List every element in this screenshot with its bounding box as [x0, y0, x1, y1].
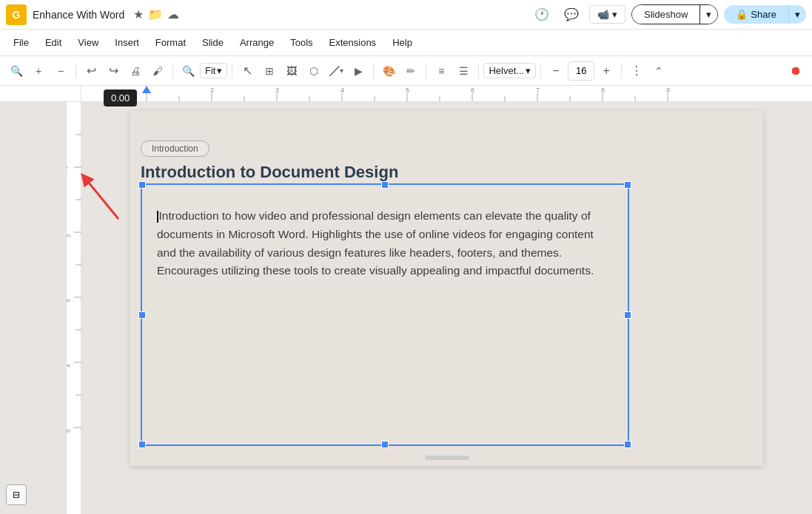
comment-icon[interactable]: 💬 — [560, 3, 583, 27]
menu-insert[interactable]: Insert — [107, 34, 147, 51]
share-group: 🔒 Share ▾ — [724, 5, 806, 24]
zoom-out-button[interactable]: − — [50, 61, 71, 81]
text-box-border: Introduction to how video and profession… — [141, 183, 629, 446]
align-button[interactable]: ≡ — [431, 61, 452, 81]
share-dropdown-button[interactable]: ▾ — [788, 5, 806, 24]
font-dropdown-icon: ▾ — [526, 65, 531, 76]
font-size-plus-button[interactable]: + — [596, 61, 617, 81]
line-tool-button[interactable]: ▾ — [326, 61, 346, 81]
pencil-button[interactable]: ✏ — [400, 61, 421, 81]
resize-tool-button[interactable]: ⊞ — [259, 61, 280, 81]
svg-marker-29 — [142, 86, 151, 93]
slideshow-button[interactable]: Slideshow — [632, 5, 699, 24]
more-align-button[interactable]: ☰ — [453, 61, 474, 81]
font-size-control: − 16 + — [546, 61, 617, 81]
slideshow-dropdown-button[interactable]: ▾ — [699, 5, 717, 24]
handle-bottom-right[interactable] — [624, 441, 631, 448]
shape-insert-button[interactable]: ⬡ — [303, 61, 324, 81]
share-button[interactable]: 🔒 Share — [724, 5, 788, 24]
video-insert-button[interactable]: ▶ — [348, 61, 369, 81]
redo-button[interactable]: ↪ — [103, 61, 124, 81]
toolbar-separator-5 — [426, 64, 426, 78]
menu-edit[interactable]: Edit — [38, 34, 69, 51]
svg-text:8: 8 — [601, 87, 605, 94]
handle-bottom-left[interactable] — [138, 441, 146, 448]
folder-icon[interactable]: 📁 — [148, 7, 163, 21]
ruler-corner — [0, 86, 81, 101]
menu-help[interactable]: Help — [385, 34, 420, 51]
toolbar-separator-8 — [621, 64, 622, 78]
text-content: Introduction to how video and profession… — [157, 207, 613, 437]
left-sidebar: 1 2 3 4 5 — [0, 102, 81, 514]
toolbar-separator-4 — [373, 64, 374, 78]
svg-text:5: 5 — [67, 429, 72, 433]
app-icon: G — [6, 4, 27, 25]
handle-bottom-mid[interactable] — [381, 441, 389, 448]
coordinate-tooltip: 0.00 — [104, 89, 137, 106]
svg-text:9: 9 — [666, 87, 670, 94]
cursor-tool-button[interactable]: ↖ — [237, 61, 258, 81]
font-size-display[interactable]: 16 — [568, 61, 594, 81]
font-size-minus-button[interactable]: − — [546, 61, 566, 81]
toolbar-separator-7 — [540, 64, 541, 78]
toolbar-separator-6 — [478, 64, 479, 78]
svg-text:2: 2 — [210, 87, 214, 94]
slide-area: Introduction Introduction to Document De… — [81, 102, 812, 514]
menu-file[interactable]: File — [6, 34, 36, 51]
font-name-label: Helvet... — [489, 65, 524, 76]
svg-text:3: 3 — [67, 299, 72, 302]
undo-button[interactable]: ↩ — [81, 61, 101, 81]
horizontal-ruler: 1 2 3 4 5 6 — [81, 86, 812, 101]
menu-extensions[interactable]: Extensions — [322, 34, 384, 51]
collapse-toolbar-button[interactable]: ⌃ — [648, 61, 669, 81]
print-button[interactable]: 🖨 — [125, 61, 146, 81]
fit-dropdown[interactable]: Fit ▾ — [200, 63, 227, 78]
slideshow-group: Slideshow ▾ — [631, 4, 718, 24]
doc-title: Enhance With Word — [33, 9, 124, 21]
menu-arrange[interactable]: Arrange — [232, 34, 281, 51]
background-color-button[interactable]: 🎨 — [378, 61, 399, 81]
handle-top-right[interactable] — [624, 181, 631, 189]
handle-top-mid[interactable] — [381, 181, 389, 189]
video-call-button[interactable]: 📹 ▾ — [589, 5, 625, 24]
menu-tools[interactable]: Tools — [283, 34, 320, 51]
lock-icon: 🔒 — [736, 9, 748, 20]
text-cursor — [157, 211, 158, 223]
fit-label: Fit — [205, 65, 215, 76]
no-link-icon: ⊟ — [13, 490, 20, 500]
image-insert-button[interactable]: 🖼 — [281, 61, 302, 81]
title-bar: G Enhance With Word ★ 📁 ☁ 🕐 💬 📹 ▾ Slides… — [0, 0, 812, 30]
history-icon[interactable]: 🕐 — [530, 3, 554, 27]
cloud-icon[interactable]: ☁ — [167, 7, 179, 21]
more-options-button[interactable]: ⋮ — [626, 61, 647, 81]
zoom-in-button[interactable]: + — [28, 61, 49, 81]
toolbar-separator-1 — [76, 64, 76, 78]
scroll-indicator[interactable] — [425, 456, 469, 460]
search-button[interactable]: 🔍 — [6, 61, 27, 81]
font-name-dropdown[interactable]: Helvet... ▾ — [483, 63, 536, 78]
handle-mid-left[interactable] — [138, 311, 146, 319]
record-button[interactable]: ⏺ — [785, 61, 806, 81]
svg-line-0 — [329, 66, 340, 76]
menu-bar: File Edit View Insert Format Slide Arran… — [0, 30, 812, 56]
handle-mid-right[interactable] — [624, 311, 631, 319]
svg-text:5: 5 — [406, 87, 409, 94]
toolbar-separator-2 — [172, 64, 173, 78]
menu-format[interactable]: Format — [148, 34, 193, 51]
toolbar-separator-3 — [232, 64, 232, 78]
menu-slide[interactable]: Slide — [195, 34, 231, 51]
title-icons: ★ 📁 ☁ — [133, 7, 179, 21]
text-box-wrapper[interactable]: Introduction to how video and profession… — [141, 183, 629, 446]
vertical-ruler: 1 2 3 4 5 — [67, 102, 81, 514]
paintformat-button[interactable]: 🖌 — [147, 61, 168, 81]
fit-dropdown-icon: ▾ — [217, 65, 222, 76]
star-icon[interactable]: ★ — [133, 7, 144, 21]
menu-view[interactable]: View — [70, 34, 106, 51]
handle-top-left[interactable] — [138, 181, 146, 189]
no-link-button[interactable]: ⊟ — [6, 484, 27, 505]
video-icon: 📹 — [597, 9, 609, 20]
slide-heading: Introduction to Document Design — [141, 163, 398, 182]
svg-text:3: 3 — [275, 87, 279, 94]
zoom-fit-button[interactable]: 🔍 — [178, 61, 198, 81]
slide-label-pill: Introduction — [141, 141, 209, 157]
